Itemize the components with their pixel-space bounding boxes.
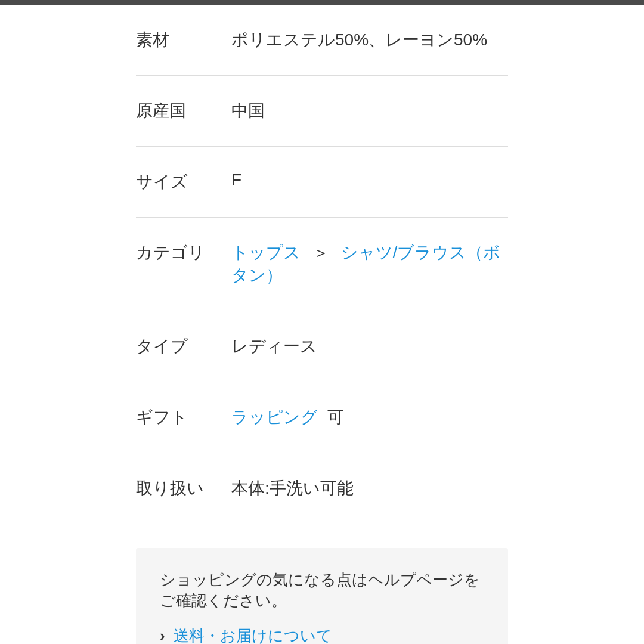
shipping-link[interactable]: 送料・お届けについて (174, 626, 332, 644)
detail-row-category: カテゴリ トップス ＞ シャツ/ブラウス（ボタン） (136, 218, 508, 311)
label-gift: ギフト (136, 406, 231, 429)
detail-row-material: 素材 ポリエステル50%、レーヨン50% (136, 5, 508, 76)
label-material: 素材 (136, 29, 231, 51)
label-origin: 原産国 (136, 100, 231, 122)
category-separator: ＞ (312, 243, 329, 262)
top-bar (0, 0, 644, 5)
gift-link[interactable]: ラッピング (231, 408, 318, 426)
value-origin: 中国 (231, 100, 508, 122)
info-box: ショッピングの気になる点はヘルプページをご確認ください。 › 送料・お届けについ… (136, 548, 508, 644)
detail-row-type: タイプ レディース (136, 311, 508, 382)
chevron-icon-shipping: › (160, 627, 165, 644)
info-link-shipping: › 送料・お届けについて (160, 626, 484, 644)
label-care: 取り扱い (136, 477, 231, 500)
value-material: ポリエステル50%、レーヨン50% (231, 29, 508, 51)
detail-row-gift: ギフト ラッピング 可 (136, 382, 508, 453)
category-parent-link[interactable]: トップス (231, 243, 301, 262)
value-care: 本体:手洗い可能 (231, 477, 508, 500)
label-size: サイズ (136, 171, 231, 193)
gift-suffix-text: 可 (327, 408, 344, 426)
value-size: F (231, 171, 508, 190)
detail-row-size: サイズ F (136, 147, 508, 218)
detail-row-care: 取り扱い 本体:手洗い可能 (136, 453, 508, 524)
label-category: カテゴリ (136, 242, 231, 264)
value-gift: ラッピング 可 (231, 406, 508, 429)
info-box-title: ショッピングの気になる点はヘルプページをご確認ください。 (160, 569, 484, 611)
value-type: レディース (231, 335, 508, 358)
value-category: トップス ＞ シャツ/ブラウス（ボタン） (231, 242, 508, 287)
detail-section: 素材 ポリエステル50%、レーヨン50% 原産国 中国 サイズ F カテゴリ ト… (0, 5, 644, 644)
label-type: タイプ (136, 335, 231, 358)
detail-row-origin: 原産国 中国 (136, 76, 508, 147)
gift-suffix (323, 408, 327, 426)
